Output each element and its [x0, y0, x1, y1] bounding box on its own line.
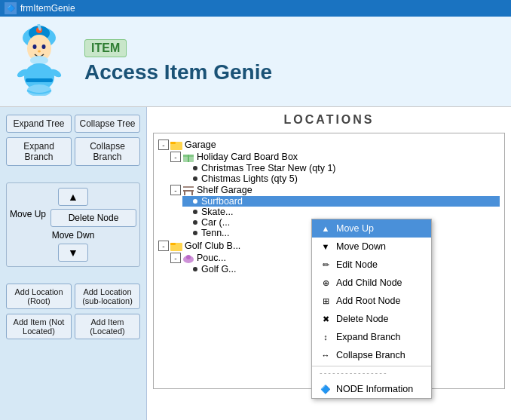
ctx-node-info-label: NODE Information — [336, 384, 413, 394]
shelf-icon — [182, 184, 194, 196]
expand-icon-pouc[interactable]: - — [170, 253, 181, 263]
tree-row-garage[interactable]: - Garage — [158, 139, 500, 151]
spacer-1 — [6, 170, 140, 178]
tree-row-shelf[interactable]: - Shelf Garage — [170, 184, 500, 196]
tree-control-row-2: Expand Branch Collapse Branch — [6, 137, 140, 166]
bullet-golf2 — [193, 267, 197, 271]
ctx-add-child-label: Add Child Node — [336, 277, 402, 288]
ctx-move-up[interactable]: ▲ Move Up — [312, 219, 431, 238]
expand-icon-garage[interactable]: - — [158, 139, 169, 150]
node-info-icon: 🔷 — [320, 383, 332, 395]
tree-row-holiday[interactable]: - Holiday Card Board Box — [170, 151, 500, 163]
tree-row-skate[interactable]: Skate... — [182, 207, 500, 217]
add-item-not-located-button[interactable]: Add Item (Not Located) — [6, 314, 72, 339]
ctx-delete-label: Delete Node — [336, 314, 389, 324]
title-bar: 🔷 frmItemGenie — [0, 0, 511, 17]
delete-icon: ✖ — [320, 313, 332, 325]
node-label-golfclub: Golf Club B... — [185, 241, 240, 251]
svg-rect-19 — [183, 190, 194, 192]
item-badge: ITEM — [84, 39, 127, 57]
svg-rect-21 — [191, 192, 193, 195]
bullet-car — [193, 220, 197, 225]
svg-point-7 — [38, 50, 41, 52]
expand-branch-button[interactable]: Expand Branch — [6, 137, 72, 166]
bullet-skate — [193, 210, 197, 214]
bullet-surfboard — [193, 199, 197, 204]
expand-branch-icon: ↕ — [320, 331, 332, 343]
tree-node-xmas-star: Christmas Tree Star New (qty 1) — [170, 163, 500, 173]
move-group: ▲ Move Up Delete Node Move Dwn ▼ — [6, 182, 140, 267]
header-logo — [9, 24, 77, 100]
ctx-delete-node[interactable]: ✖ Delete Node — [312, 310, 431, 328]
node-label-surfboard: Surfboard — [201, 196, 243, 207]
ctx-collapse-branch[interactable]: ↔ Collapse Branch — [312, 346, 431, 364]
ctx-expand-branch[interactable]: ↕ Expand Branch — [312, 328, 431, 346]
expand-icon-holiday[interactable]: - — [170, 152, 181, 162]
collapse-branch-icon: ↔ — [320, 349, 332, 361]
move-up-label-group: Move Up — [10, 209, 46, 227]
collapse-branch-button[interactable]: Collapse Branch — [75, 137, 140, 166]
move-middle-row: Move Up Delete Node — [10, 209, 136, 227]
tree-control-row-1: Expand Tree Collapse Tree — [6, 115, 140, 133]
add-location-sub-button[interactable]: Add Location (sub-location) — [75, 284, 140, 309]
node-label-golf2: Golf G... — [201, 264, 237, 274]
box-icon-holiday — [182, 151, 194, 163]
bullet-xmas-star — [193, 166, 197, 170]
add-item-located-button[interactable]: Add Item (Located) — [75, 314, 140, 339]
main-content: Expand Tree Collapse Tree Expand Branch … — [0, 107, 511, 420]
svg-rect-15 — [170, 142, 176, 144]
add-location-root-button[interactable]: Add Location (Root) — [6, 284, 72, 309]
node-label-xmas-star: Christmas Tree Star New (qty 1) — [201, 163, 336, 173]
ctx-edit-node[interactable]: ✏ Edit Node — [312, 256, 431, 274]
svg-point-5 — [33, 44, 37, 49]
node-label-car: Car (... — [201, 217, 230, 228]
ctx-node-info[interactable]: 🔷 NODE Information — [312, 380, 431, 398]
add-root-icon: ⊞ — [320, 295, 332, 307]
arrow-down-button[interactable]: ▼ — [58, 244, 88, 262]
node-label-holiday: Holiday Card Board Box — [197, 152, 298, 162]
folder-icon-golfclub — [170, 240, 182, 252]
move-up-label: Move Up — [10, 209, 46, 219]
tree-area: LOCATIONS - Garage - — [147, 107, 511, 420]
expand-tree-button[interactable]: Expand Tree — [6, 115, 72, 133]
bullet-xmas-lights — [193, 176, 197, 181]
tree-row-surfboard[interactable]: Surfboard — [182, 196, 500, 207]
tree-node-surfboard: Surfboard — [170, 196, 500, 207]
arrow-up-button[interactable]: ▲ — [58, 188, 88, 206]
tree-row-xmas-lights[interactable]: Chistmas Lights (qty 5) — [182, 173, 500, 184]
tree-node-holiday: - Holiday Card Board Box Christmas Tree … — [158, 151, 500, 184]
genie-svg — [9, 24, 69, 96]
svg-rect-18 — [188, 155, 189, 162]
tree-row-xmas-star[interactable]: Christmas Tree Star New (qty 1) — [182, 163, 500, 173]
locations-header: LOCATIONS — [153, 113, 505, 127]
svg-rect-24 — [170, 243, 176, 245]
ctx-edit-label: Edit Node — [336, 259, 378, 270]
header-title: Access Item Genie — [84, 60, 272, 84]
ctx-move-up-label: Move Up — [336, 223, 374, 234]
move-down-icon: ▼ — [320, 241, 332, 253]
ctx-add-child[interactable]: ⊕ Add Child Node — [312, 274, 431, 292]
delete-node-button[interactable]: Delete Node — [50, 209, 136, 227]
header: ITEM Access Item Genie — [0, 17, 511, 107]
add-location-row: Add Location (Root) Add Location (sub-lo… — [6, 284, 140, 309]
move-dwn-label: Move Dwn — [52, 230, 95, 241]
add-item-row: Add Item (Not Located) Add Item (Located… — [6, 314, 140, 339]
add-child-icon: ⊕ — [320, 277, 332, 289]
edit-icon: ✏ — [320, 259, 332, 271]
bullet-tenn — [193, 231, 197, 235]
svg-rect-12 — [26, 78, 53, 82]
expand-icon-shelf[interactable]: - — [170, 185, 181, 195]
expand-icon-golfclub[interactable]: - — [158, 241, 169, 251]
header-title-area: ITEM Access Item Genie — [84, 39, 272, 84]
tree-node-skate: Skate... — [170, 207, 500, 217]
move-up-icon: ▲ — [320, 222, 332, 235]
ctx-move-down[interactable]: ▼ Move Down — [312, 238, 431, 256]
node-label-skate: Skate... — [201, 207, 233, 217]
svg-rect-20 — [184, 192, 185, 195]
node-label-xmas-lights: Chistmas Lights (qty 5) — [201, 173, 298, 184]
ctx-divider: ---------------- — [312, 366, 431, 379]
ctx-add-root[interactable]: ⊞ Add Root Node — [312, 292, 431, 310]
collapse-tree-button[interactable]: Collapse Tree — [75, 115, 140, 133]
node-label-pouc: Pouc... — [197, 253, 226, 263]
ctx-add-root-label: Add Root Node — [336, 296, 400, 306]
